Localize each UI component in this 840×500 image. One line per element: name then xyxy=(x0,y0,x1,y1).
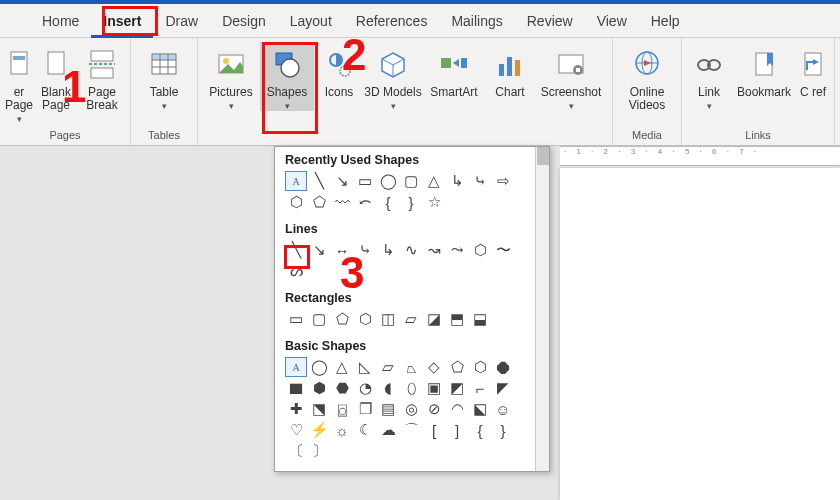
pictures-button[interactable]: Pictures ▾ xyxy=(204,42,258,111)
cross-reference-button[interactable]: C ref xyxy=(798,42,828,99)
screenshot-button[interactable]: Screenshot ▾ xyxy=(536,42,606,111)
blank-page-button[interactable]: Blank Page xyxy=(34,42,78,112)
right-triangle-shape[interactable]: ◺ xyxy=(354,357,376,377)
hexagon-shape[interactable]: ⬡ xyxy=(469,357,491,377)
dodecagon-shape[interactable]: ⬣ xyxy=(331,378,353,398)
online-videos-button[interactable]: Online Videos xyxy=(619,42,675,112)
l-shape[interactable]: ⌐ xyxy=(469,378,491,398)
curved-arrow-shape[interactable]: ↝ xyxy=(423,240,445,260)
oval-shape[interactable]: ◯ xyxy=(308,357,330,377)
snip2-rect-shape[interactable]: ⬡ xyxy=(354,309,376,329)
horizontal-ruler[interactable]: · 1 · 2 · 3 · 4 · 5 · 6 · 7 · xyxy=(560,146,840,166)
tab-mailings[interactable]: Mailings xyxy=(439,4,514,38)
chart-button[interactable]: Chart xyxy=(486,42,534,99)
freeform-shape[interactable]: ⬡ xyxy=(469,240,491,260)
smiley-shape[interactable]: ☺ xyxy=(492,399,514,419)
tab-layout[interactable]: Layout xyxy=(278,4,344,38)
pie-shape[interactable]: ◔ xyxy=(354,378,376,398)
tab-insert[interactable]: Insert xyxy=(91,4,153,38)
brace-l-shape[interactable]: { xyxy=(469,420,491,440)
diagonal-stripe-shape[interactable]: ◤ xyxy=(492,378,514,398)
trapezoid-shape[interactable]: ⏢ xyxy=(400,357,422,377)
tab-view[interactable]: View xyxy=(585,4,639,38)
arc-shape[interactable]: ⤺ xyxy=(354,192,376,212)
tab-home[interactable]: Home xyxy=(30,4,91,38)
rounded-rect-shape[interactable]: ▢ xyxy=(308,309,330,329)
table-button[interactable]: Table ▾ xyxy=(137,42,191,111)
dropdown-scrollbar[interactable] xyxy=(535,147,549,471)
snip-rect-shape[interactable]: ⬠ xyxy=(331,309,353,329)
rectangle-shape[interactable]: ▭ xyxy=(354,171,376,191)
lightning-shape[interactable]: ⚡ xyxy=(308,420,330,440)
snipround-rect-shape[interactable]: ⬓ xyxy=(469,309,491,329)
scroll-thumb[interactable] xyxy=(537,147,549,165)
hexagon-shape[interactable]: ⬡ xyxy=(285,192,307,212)
textbox-shape[interactable]: A xyxy=(285,171,307,191)
octagon-shape[interactable]: ⯀ xyxy=(285,378,307,398)
curved-shape[interactable]: ∿ xyxy=(400,240,422,260)
elbow-arrow-shape[interactable]: ↳ xyxy=(377,240,399,260)
line-arrow-shape[interactable]: ↘ xyxy=(308,240,330,260)
brace-left-shape[interactable]: { xyxy=(377,192,399,212)
line-double-arrow-shape[interactable]: ↔ xyxy=(331,240,353,260)
round1-rect-shape[interactable]: ◫ xyxy=(377,309,399,329)
moon-shape[interactable]: ☾ xyxy=(354,420,376,440)
bookmark-button[interactable]: Bookmark xyxy=(732,42,796,99)
triangle-shape[interactable]: △ xyxy=(423,171,445,191)
half-frame-shape[interactable]: ◩ xyxy=(446,378,468,398)
sniprnd-rect-shape[interactable]: ⬒ xyxy=(446,309,468,329)
heart-shape[interactable]: ♡ xyxy=(285,420,307,440)
arc-shape[interactable]: ⌒ xyxy=(400,420,422,440)
parallelogram-shape[interactable]: ▱ xyxy=(377,357,399,377)
double-brace-shape[interactable]: 〕 xyxy=(308,441,330,461)
plaque-shape[interactable]: ⬔ xyxy=(308,399,330,419)
line-shape[interactable]: ╲ xyxy=(308,171,330,191)
line-shape[interactable]: ╲ xyxy=(285,240,307,260)
block-arrow-shape[interactable]: ⇨ xyxy=(492,171,514,191)
arrow-line-shape[interactable]: ↘ xyxy=(331,171,353,191)
cloud-shape[interactable]: ☁ xyxy=(377,420,399,440)
folded-corner-shape[interactable]: ⬕ xyxy=(469,399,491,419)
tab-help[interactable]: Help xyxy=(639,4,692,38)
scribble2-shape[interactable]: ᔕ xyxy=(285,261,307,281)
elbow-connector-shape[interactable]: ↳ xyxy=(446,171,468,191)
tab-references[interactable]: References xyxy=(344,4,440,38)
elbow-shape[interactable]: ⤷ xyxy=(354,240,376,260)
round2-rect-shape[interactable]: ▱ xyxy=(400,309,422,329)
curve-shape[interactable]: 〰 xyxy=(331,192,353,212)
round-diag-rect-shape[interactable]: ◪ xyxy=(423,309,445,329)
smartart-button[interactable]: SmartArt xyxy=(424,42,484,99)
triangle-shape[interactable]: △ xyxy=(331,357,353,377)
block-arc-shape[interactable]: ◠ xyxy=(446,399,468,419)
tab-design[interactable]: Design xyxy=(210,4,278,38)
3d-models-button[interactable]: 3D Models ▾ xyxy=(364,42,422,111)
icons-button[interactable]: Icons xyxy=(316,42,362,99)
double-bracket-shape[interactable]: 〔 xyxy=(285,441,307,461)
frame-shape[interactable]: ▣ xyxy=(423,378,445,398)
curve-connector-shape[interactable]: ⤳ xyxy=(446,240,468,260)
bracket-l-shape[interactable]: [ xyxy=(423,420,445,440)
bracket-r-shape[interactable]: ] xyxy=(446,420,468,440)
brace-r-shape[interactable]: } xyxy=(492,420,514,440)
oval-shape[interactable]: ◯ xyxy=(377,171,399,191)
donut-shape[interactable]: ◎ xyxy=(400,399,422,419)
brace-right-shape[interactable]: } xyxy=(400,192,422,212)
pentagon-shape[interactable]: ⬠ xyxy=(446,357,468,377)
flowchart-shape[interactable]: ⬠ xyxy=(308,192,330,212)
page-break-button[interactable]: Page Break xyxy=(80,42,124,112)
teardrop-shape[interactable]: ⬯ xyxy=(400,378,422,398)
textbox-shape[interactable]: A xyxy=(285,357,307,377)
decagon-shape[interactable]: ⬢ xyxy=(308,378,330,398)
document-page[interactable] xyxy=(560,168,840,500)
cover-page-button[interactable]: er Page ▾ xyxy=(6,42,32,124)
diamond-shape[interactable]: ◇ xyxy=(423,357,445,377)
shapes-button[interactable]: Shapes ▾ xyxy=(260,42,314,111)
rect-shape[interactable]: ▭ xyxy=(285,309,307,329)
cube-shape[interactable]: ❐ xyxy=(354,399,376,419)
sun-shape[interactable]: ☼ xyxy=(331,420,353,440)
noentry-shape[interactable]: ⊘ xyxy=(423,399,445,419)
heptagon-shape[interactable]: ⯃ xyxy=(492,357,514,377)
link-button[interactable]: Link ▾ xyxy=(688,42,730,111)
can-shape[interactable]: ⌼ xyxy=(331,399,353,419)
chord-shape[interactable]: ◖ xyxy=(377,378,399,398)
